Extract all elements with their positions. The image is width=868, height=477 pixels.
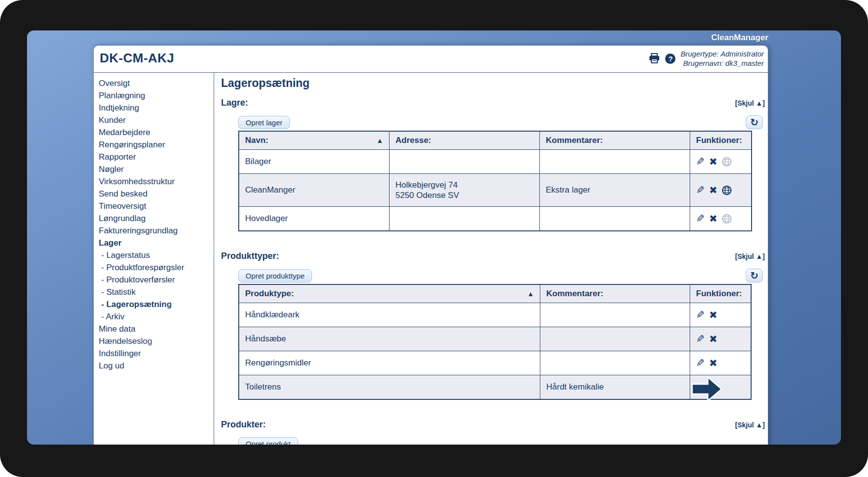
- edit-icon[interactable]: ✎: [696, 333, 705, 345]
- lager-kommentar: [540, 207, 690, 231]
- create-produkttype-button[interactable]: Opret produkttype: [238, 269, 312, 282]
- column-label: Navn:: [245, 136, 268, 145]
- edit-icon[interactable]: ✎: [696, 213, 705, 224]
- lager-funktioner: ✎✖: [690, 207, 752, 231]
- column-label: Produktype:: [245, 289, 294, 299]
- device-bezel: CleanManager DK-CM-AKJ ? Brugertype: Adm…: [0, 0, 868, 477]
- produkttype-funktioner: ✎✖: [690, 375, 752, 400]
- refresh-icon[interactable]: ↻: [746, 115, 763, 129]
- user-type-label: Brugertype: Administrator: [680, 49, 764, 58]
- column-header-funktioner[interactable]: Funktioner:: [690, 131, 752, 150]
- column-header-adresse[interactable]: Adresse:: [390, 131, 540, 150]
- brand-label: CleanManager: [711, 33, 768, 43]
- sidebar-item-lager[interactable]: Lager: [99, 237, 214, 249]
- sidebar-item-lageropsaetning[interactable]: - Lageropsætning: [99, 298, 214, 310]
- sidebar-item-produktforespoergsler[interactable]: - Produktforespørgsler: [99, 261, 214, 274]
- globe-icon[interactable]: [722, 157, 732, 167]
- column-header-kommentarer[interactable]: Kommentarer:: [540, 131, 690, 150]
- sidebar-item-indtjekning[interactable]: Indtjekning: [99, 102, 214, 114]
- lager-navn: CleanManger: [239, 174, 390, 207]
- produkttype-navn: Håndklædeark: [239, 303, 540, 327]
- sidebar-item-produktoverfoersler[interactable]: - Produktoverførsler: [99, 274, 214, 286]
- globe-icon[interactable]: [722, 214, 732, 224]
- edit-icon[interactable]: ✎: [696, 309, 705, 321]
- produkter-heading: Produkter:: [221, 420, 266, 430]
- produkttype-kommentar: [540, 327, 690, 351]
- sidebar-item-timeoversigt[interactable]: Timeoversigt: [99, 200, 214, 212]
- delete-icon[interactable]: ✖: [709, 184, 718, 196]
- sidebar-item-faktureringsgrundlag[interactable]: Faktureringsgrundlag: [99, 224, 214, 237]
- produkttyper-heading: Produkttyper:: [221, 251, 279, 261]
- delete-icon[interactable]: ✖: [709, 381, 718, 393]
- sidebar-item-kunder[interactable]: Kunder: [99, 114, 214, 126]
- produkttype-row-haandklaedeark: Håndklædeark✎✖: [239, 303, 751, 327]
- delete-icon[interactable]: ✖: [709, 357, 718, 369]
- sidebar-item-statistik[interactable]: - Statistik: [99, 286, 214, 298]
- produkttype-navn: Toiletrens: [239, 375, 540, 400]
- sidebar-item-log-ud[interactable]: Log ud: [99, 360, 214, 372]
- print-icon[interactable]: [648, 53, 660, 64]
- sidebar-item-mine-data[interactable]: Mine data: [99, 323, 214, 335]
- lagre-collapse-link[interactable]: [Skjul ▲]: [735, 99, 765, 107]
- lagre-toolbar: Opret lager ↻: [238, 115, 766, 129]
- column-header-funktioner[interactable]: Funktioner:: [690, 284, 752, 303]
- app-window: DK-CM-AKJ ? Brugertype: Administrator Br…: [93, 45, 768, 445]
- edit-icon[interactable]: ✎: [696, 184, 705, 196]
- produkter-toolbar: Opret produkt: [238, 437, 766, 445]
- lager-navn: Bilager: [239, 150, 390, 174]
- lager-row-cleanmanger: CleanMangerHolkebjergvej 74 5250 Odense …: [239, 174, 752, 207]
- column-header-navn[interactable]: Navn:▲: [239, 131, 390, 150]
- sidebar-item-noegler[interactable]: Nøgler: [99, 163, 214, 175]
- lagre-table: Navn:▲Adresse:Kommentarer:Funktioner: Bi…: [238, 131, 752, 231]
- sidebar-item-oversigt[interactable]: Oversigt: [99, 77, 214, 89]
- sidebar-item-loengrundlag[interactable]: Løngrundlag: [99, 212, 214, 224]
- column-header-produktype[interactable]: Produktype:▲: [239, 284, 540, 303]
- produkttype-kommentar: [540, 351, 690, 375]
- edit-icon[interactable]: ✎: [696, 156, 705, 168]
- lagre-table-body: Bilager✎✖CleanMangerHolkebjergvej 74 525…: [239, 150, 752, 231]
- delete-icon[interactable]: ✖: [709, 333, 718, 345]
- help-icon[interactable]: ?: [665, 54, 675, 64]
- column-header-kommentarer[interactable]: Kommentarer:: [540, 284, 690, 303]
- edit-icon[interactable]: ✎: [696, 357, 705, 369]
- produkttype-kommentar: Hårdt kemikalie: [540, 375, 690, 400]
- produkter-collapse-link[interactable]: [Skjul ▲]: [735, 421, 765, 429]
- lager-adresse: [390, 150, 540, 174]
- delete-icon[interactable]: ✖: [709, 309, 718, 321]
- sidebar-item-arkiv[interactable]: - Arkiv: [99, 310, 214, 323]
- produkttyper-table: Produktype:▲Kommentarer:Funktioner: Hånd…: [238, 284, 752, 400]
- sidebar-item-rapporter[interactable]: Rapporter: [99, 151, 214, 163]
- delete-icon[interactable]: ✖: [709, 156, 718, 168]
- lager-kommentar: Ekstra lager: [540, 174, 690, 207]
- main-content: Lageropsætning Lagre: [Skjul ▲] Opret la…: [214, 73, 768, 445]
- produkttyper-table-head: Produktype:▲Kommentarer:Funktioner:: [239, 284, 751, 303]
- produkttype-row-rengoeringsmidler: Rengøringsmidler✎✖: [239, 351, 751, 375]
- lager-row-bilager: Bilager✎✖: [239, 150, 752, 174]
- globe-icon[interactable]: [722, 185, 732, 196]
- sidebar-item-haendelseslog[interactable]: Hændelseslog: [99, 335, 214, 347]
- lagre-section-head: Lagre: [Skjul ▲]: [221, 98, 766, 108]
- sidebar-item-indstillinger[interactable]: Indstillinger: [99, 347, 214, 360]
- create-lager-button[interactable]: Opret lager: [238, 116, 290, 129]
- sidebar-item-rengoeringsplaner[interactable]: Rengøringsplaner: [99, 139, 214, 151]
- sidebar-menu: OversigtPlanlægningIndtjekningKunderMeda…: [94, 73, 214, 445]
- page-title: DK-CM-AKJ: [100, 51, 174, 66]
- produkttyper-collapse-link[interactable]: [Skjul ▲]: [735, 253, 765, 260]
- produkttype-funktioner: ✎✖: [690, 327, 752, 351]
- sidebar-item-medarbejdere[interactable]: Medarbejdere: [99, 126, 214, 139]
- lager-navn: Hovedlager: [239, 207, 390, 231]
- create-produkt-button[interactable]: Opret produkt: [238, 437, 298, 445]
- produkttype-navn: Rengøringsmidler: [239, 351, 540, 375]
- sidebar-item-send-besked[interactable]: Send besked: [99, 188, 214, 200]
- sidebar-item-virksomhedsstruktur[interactable]: Virksomhedsstruktur: [99, 175, 214, 188]
- desktop-background: CleanManager DK-CM-AKJ ? Brugertype: Adm…: [27, 30, 841, 445]
- delete-icon[interactable]: ✖: [709, 213, 718, 224]
- refresh-icon[interactable]: ↻: [746, 269, 763, 282]
- lager-row-hovedlager: Hovedlager✎✖: [239, 207, 752, 231]
- lager-kommentar: [540, 150, 690, 174]
- sidebar-item-lagerstatus[interactable]: - Lagerstatus: [99, 249, 214, 261]
- sidebar-item-planlaegning[interactable]: Planlægning: [99, 89, 214, 102]
- sort-asc-icon: ▲: [376, 137, 383, 144]
- content-title: Lageropsætning: [221, 77, 766, 90]
- lagre-heading: Lagre:: [221, 98, 248, 108]
